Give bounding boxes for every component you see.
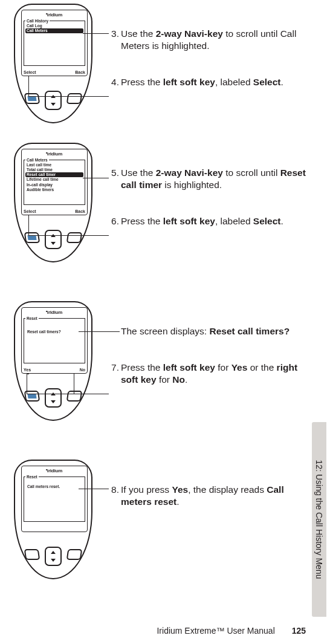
menu-item: Audible timers (25, 187, 83, 192)
menu-item: In-call display (25, 183, 83, 187)
menu-item-selected: Call Meters (25, 28, 83, 33)
keypad (15, 82, 91, 115)
screen-title: Reset (25, 475, 39, 479)
screen-title: Call Meters (25, 158, 49, 162)
chapter-tab: 12: Using the Call History Menu (312, 422, 326, 617)
left-soft-key[interactable] (24, 549, 40, 560)
step-5: 5. Use the 2-way Navi-key to scroll unti… (110, 167, 309, 191)
handset-4: iridium Reset Call meters reset. (9, 460, 97, 581)
step-6: 6. Press the left soft key, labeled Sele… (110, 215, 309, 227)
navi-key[interactable] (45, 91, 62, 110)
page-footer: Iridium Extreme™ User Manual 125 (157, 626, 306, 636)
right-soft-key[interactable] (66, 93, 83, 104)
handset-3: iridium Reset Reset call timers? Yes No (9, 301, 97, 422)
step-7a: The screen displays: Reset call timers? (121, 325, 309, 337)
connector-line (83, 33, 109, 34)
step-8: 8. If you press Yes, the display reads C… (110, 484, 309, 508)
step-3: 3. Use the 2-way Navi-key to scroll unti… (110, 28, 309, 52)
menu-item-selected: Reset call timer (25, 172, 83, 177)
menu-item: Lifetime call time (25, 177, 83, 182)
connector-line (27, 374, 27, 394)
menu-item: Call Log (25, 24, 83, 28)
connector-line (27, 394, 109, 394)
right-softkey-label: Back (75, 209, 85, 213)
navi-key[interactable] (45, 230, 62, 249)
screen-message: Reset call timers? (25, 321, 83, 334)
brand-label: iridium (22, 466, 87, 473)
step-4: 4. Press the left soft key, labeled Sele… (110, 76, 309, 88)
connector-line (79, 489, 109, 489)
brand-label: iridium (22, 308, 87, 315)
right-softkey-label: Back (75, 70, 85, 74)
handset-2: iridium Call Meters Last call time Total… (9, 143, 97, 264)
connector-line (28, 235, 109, 236)
left-softkey-label: Yes (24, 368, 31, 372)
connector-line (28, 96, 109, 97)
left-soft-key[interactable] (24, 232, 40, 243)
chapter-tab-label: 12: Using the Call History Menu (314, 460, 324, 579)
footer-title: Iridium Extreme™ User Manual (157, 626, 274, 636)
menu-item: Total call time (25, 168, 83, 172)
keypad (15, 221, 91, 255)
brand-label: iridium (22, 10, 87, 18)
right-softkey-label: No (80, 368, 85, 372)
left-softkey-label: Select (24, 70, 36, 74)
brand-label: iridium (22, 149, 87, 157)
screen-1: iridium Call History Call Log Call Meter… (21, 10, 88, 76)
right-soft-key[interactable] (66, 232, 83, 243)
keypad (15, 538, 91, 571)
screen-2: iridium Call Meters Last call time Total… (21, 149, 88, 215)
connector-line (83, 178, 109, 178)
screen-title: Call History (25, 19, 50, 23)
left-softkey-label: Select (24, 209, 36, 213)
connector-line (74, 374, 74, 394)
connector-line (79, 331, 120, 332)
step-7: 7. Press the left soft key for Yes or th… (110, 362, 309, 386)
screen-title: Reset (25, 316, 39, 320)
navi-key[interactable] (45, 547, 62, 566)
navi-key[interactable] (45, 388, 62, 408)
connector-line (28, 215, 29, 235)
connector-line (28, 76, 29, 96)
page-number: 125 (292, 626, 306, 636)
left-soft-key[interactable] (24, 93, 40, 104)
handset-1: iridium Call History Call Log Call Meter… (9, 4, 97, 125)
menu-item: Last call time (25, 163, 83, 168)
screen-3: iridium Reset Reset call timers? Yes No (21, 307, 88, 374)
right-soft-key[interactable] (66, 391, 83, 402)
right-soft-key[interactable] (66, 549, 83, 560)
connector-line (27, 374, 29, 374)
screen-message: Call meters reset. (25, 480, 83, 489)
screen-4: iridium Reset Call meters reset. (21, 466, 88, 532)
